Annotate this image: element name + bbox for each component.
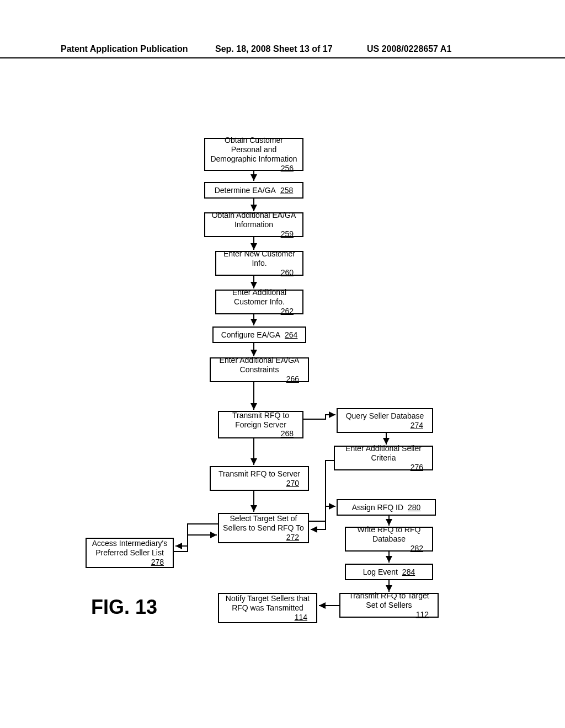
box-282-text: Write RFQ to RFQ Database xyxy=(349,525,429,544)
box-264-num: 264 xyxy=(285,330,297,340)
box-260-text: Enter New Customer Info. xyxy=(220,249,299,268)
box-112-num: 112 xyxy=(416,610,429,619)
header-right: US 2008/0228657 A1 xyxy=(367,44,451,54)
box-258-text: Determine EA/GA xyxy=(215,186,276,195)
box-114: Notify Target Sellers that RFQ was Tansm… xyxy=(218,593,317,623)
box-266-num: 266 xyxy=(286,374,299,384)
box-259-text: Obtain Additional EA/GA Information xyxy=(209,211,299,229)
box-264-text: Configure EA/GA xyxy=(221,330,280,340)
box-276-text: Enter Additional Seller Criteria xyxy=(338,444,429,463)
box-280-text: Assign RFQ ID xyxy=(352,503,403,512)
box-278-num: 278 xyxy=(151,558,164,567)
box-284-text: Log Event xyxy=(363,568,398,577)
box-268-num: 268 xyxy=(281,429,294,438)
box-256-text: Obtain Customer Personal and Demographic… xyxy=(209,136,299,163)
box-282-num: 282 xyxy=(411,544,423,553)
box-262-num: 262 xyxy=(281,307,294,316)
header-mid: Sep. 18, 2008 Sheet 13 of 17 xyxy=(215,44,333,54)
box-278-text: Access Intermediary's Preferred Seller L… xyxy=(90,539,169,558)
box-274-num: 274 xyxy=(411,421,423,430)
box-114-num: 114 xyxy=(295,613,307,622)
box-114-text: Notify Target Sellers that RFQ was Tansm… xyxy=(222,594,313,613)
box-274-text: Query Seller Database xyxy=(346,411,424,421)
box-284: Log Event 284 xyxy=(345,564,433,580)
box-274: Query Seller Database 274 xyxy=(337,408,433,433)
box-256: Obtain Customer Personal and Demographic… xyxy=(204,138,303,171)
box-270: Transmit RFQ to Server 270 xyxy=(210,466,309,491)
box-260-num: 260 xyxy=(281,268,294,277)
figure-label: FIG. 13 xyxy=(91,596,157,619)
box-272-num: 272 xyxy=(286,533,299,542)
box-280-num: 280 xyxy=(408,503,420,512)
box-258-num: 258 xyxy=(280,186,293,195)
box-262: Enter Additional Customer Info. 262 xyxy=(215,290,303,314)
box-266: Enter Additional EA/GA Constraints 266 xyxy=(210,357,309,382)
page-header: Patent Application Publication Sep. 18, … xyxy=(0,44,565,58)
box-260: Enter New Customer Info. 260 xyxy=(215,251,303,276)
box-259: Obtain Additional EA/GA Information 259 xyxy=(204,212,303,237)
box-280: Assign RFQ ID 280 xyxy=(337,499,436,516)
header-left: Patent Application Publication xyxy=(61,44,188,54)
box-284-num: 284 xyxy=(402,568,415,577)
box-272-text: Select Target Set of Sellers to Send RFQ… xyxy=(222,514,305,533)
box-276-num: 276 xyxy=(411,463,423,472)
box-270-text: Transmit RFQ to Server xyxy=(218,469,300,479)
box-256-num: 256 xyxy=(281,164,294,173)
box-276: Enter Additional Seller Criteria 276 xyxy=(334,446,433,470)
box-264: Configure EA/GA 264 xyxy=(212,326,306,343)
box-112: Transmit RFQ to Target Set of Sellers 11… xyxy=(339,593,439,618)
box-266-text: Enter Additional EA/GA Constraints xyxy=(214,356,305,374)
box-268-text: Transmit RFQ to Foreign Server xyxy=(222,411,299,430)
box-259-num: 259 xyxy=(281,229,294,239)
box-262-text: Enter Additional Customer Info. xyxy=(220,288,299,307)
box-270-num: 270 xyxy=(286,479,299,488)
box-112-text: Transmit RFQ to Target Set of Sellers xyxy=(344,591,434,610)
box-268: Transmit RFQ to Foreign Server 268 xyxy=(218,411,303,438)
box-258: Determine EA/GA 258 xyxy=(204,182,303,199)
box-282: Write RFQ to RFQ Database 282 xyxy=(345,527,433,552)
box-278: Access Intermediary's Preferred Seller L… xyxy=(86,538,174,568)
box-272: Select Target Set of Sellers to Send RFQ… xyxy=(218,513,309,543)
